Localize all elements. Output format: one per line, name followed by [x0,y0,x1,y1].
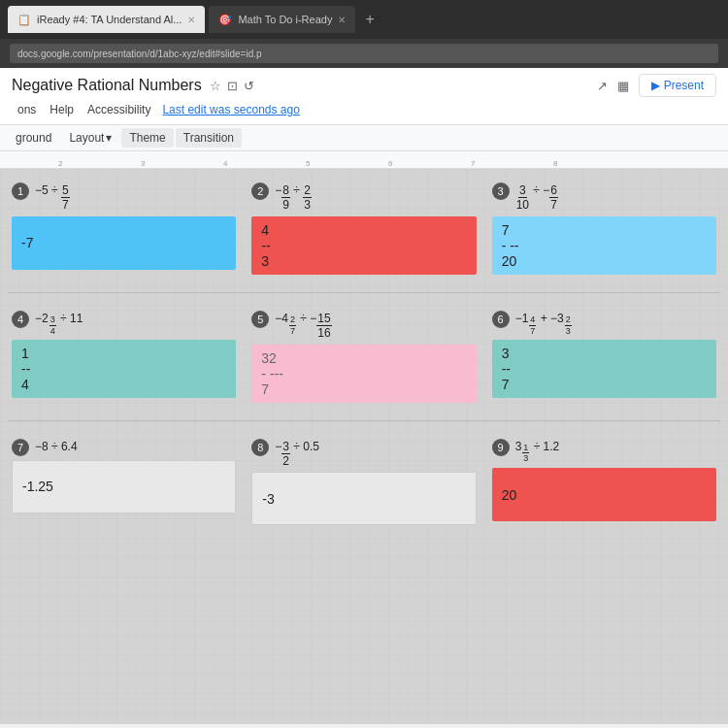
menu-help[interactable]: Help [44,101,80,118]
tab-close-math[interactable]: ✕ [338,15,346,25]
answer-text-8: -3 [262,491,465,507]
problem-num-8: 8 [251,439,269,456]
answer-box-2: 4 -- 3 [251,216,476,275]
problem-grid: 1 −5 ÷ 57 -7 2 −89 ÷ 23 4 -- 3 [8,179,720,529]
answer-num-4: 1 [21,346,29,361]
address-bar: docs.google.com/presentation/d/1abc-xyz/… [0,39,728,68]
folder-icon[interactable]: ⊡ [227,79,238,93]
problem-expr-8: −32 ÷ 0.5 [275,439,319,469]
problem-card-8: 8 −32 ÷ 0.5 -3 [248,435,480,530]
ruler-mark-4: 4 [223,159,227,168]
answer-num-3: 7 [502,222,510,238]
answer-num-6: 3 [502,346,510,361]
background-button[interactable]: ground [8,128,59,148]
problem-card-4: 4 −234 ÷ 11 1 -- 4 [8,307,240,407]
layout-button[interactable]: Layout ▾ [61,128,119,148]
background-label: ground [16,131,51,145]
divider-2 [8,414,720,427]
title-icons: ☆ ⊡ ↺ [210,79,254,93]
answer-text-1: -7 [21,235,226,250]
answer-text-7: -1.25 [22,479,225,494]
problem-num-6: 6 [492,311,510,328]
answer-den-6: 7 [502,377,510,392]
menu-accessibility[interactable]: Accessibility [82,101,156,118]
answer-frac-6: 3 -- 7 [502,346,707,392]
layout-arrow-icon: ▾ [106,131,112,145]
main-content: 1 −5 ÷ 57 -7 2 −89 ÷ 23 4 -- 3 [0,169,728,724]
answer-frac-3: 7 - -- 20 [502,222,707,269]
tab-icon-iready: 📋 [17,14,31,26]
browser-chrome: 📋 iReady #4: TA Understand Al... ✕ 🎯 Mat… [0,0,728,39]
problem-card-9: 9 313 ÷ 1.2 20 [488,435,720,530]
answer-box-8: -3 [251,472,476,525]
transition-button[interactable]: Transition [176,128,242,148]
ruler-mark-6: 6 [388,159,392,168]
last-edit-status: Last edit was seconds ago [162,103,299,116]
problem-expr-5: −427 ÷ −1516 [275,311,331,341]
tab-close-iready[interactable]: ✕ [187,15,195,25]
answer-frac-2: 4 -- 3 [261,222,466,269]
problem-header-2: 2 −89 ÷ 23 [251,182,476,213]
menu-bar: ons Help Accessibility Last edit was sec… [12,99,716,122]
answer-den-2: 3 [261,253,269,269]
problem-card-2: 2 −89 ÷ 23 4 -- 3 [248,179,480,279]
ruler-mark-3: 3 [141,159,145,168]
problem-header-3: 3 310 ÷ −67 [492,182,716,213]
divider-1 [8,286,720,299]
problem-num-3: 3 [492,182,510,200]
cloud-icon[interactable]: ↺ [244,79,254,93]
problem-header-6: 6 −147 + −323 [492,311,716,337]
slides-header: Negative Rational Numbers ☆ ⊡ ↺ ↗ ▦ ▶ Pr… [0,68,728,125]
analytics-icon[interactable]: ↗ [597,79,608,93]
ruler-mark-8: 8 [553,159,557,168]
answer-line-6: -- [502,361,511,377]
problem-header-9: 9 313 ÷ 1.2 [492,439,716,465]
answer-den-5: 7 [261,381,269,397]
answer-text-9: 20 [502,487,707,503]
menu-ons[interactable]: ons [12,101,42,118]
tab-iready[interactable]: 📋 iReady #4: TA Understand Al... ✕ [8,6,205,33]
answer-box-6: 3 -- 7 [492,340,716,398]
problem-card-6: 6 −147 + −323 3 -- 7 [488,307,720,407]
problem-expr-1: −5 ÷ 57 [35,182,70,213]
star-icon[interactable]: ☆ [210,79,221,93]
present-label: Present [664,79,704,92]
present-button[interactable]: ▶ Present [639,74,716,97]
problem-card-7: 7 −8 ÷ 6.4 -1.25 [8,435,240,530]
problem-card-1: 1 −5 ÷ 57 -7 [8,179,240,279]
problem-num-4: 4 [12,311,29,328]
problem-num-2: 2 [251,182,269,200]
grid-icon[interactable]: ▦ [617,79,629,93]
tab-icon-math: 🎯 [218,14,232,26]
problem-expr-3: 310 ÷ −67 [515,182,558,213]
tab-math[interactable]: 🎯 Math To Do i-Ready ✕ [209,6,355,33]
answer-num-5: 32 [261,350,277,366]
problem-num-9: 9 [492,439,510,456]
problem-expr-2: −89 ÷ 23 [275,182,312,213]
problem-header-8: 8 −32 ÷ 0.5 [251,439,476,469]
tab-label-iready: iReady #4: TA Understand Al... [37,14,182,25]
problem-card-5: 5 −427 ÷ −1516 32 - --- 7 [248,307,480,407]
problem-expr-7: −8 ÷ 6.4 [35,439,78,455]
new-tab-button[interactable]: + [359,11,380,28]
transition-label: Transition [183,131,234,145]
problem-header-1: 1 −5 ÷ 57 [12,182,236,213]
answer-box-3: 7 - -- 20 [492,216,716,275]
title-row: Negative Rational Numbers ☆ ⊡ ↺ ↗ ▦ ▶ Pr… [12,74,716,97]
answer-line-5: - --- [261,366,283,381]
address-input[interactable]: docs.google.com/presentation/d/1abc-xyz/… [10,44,718,63]
answer-den-4: 4 [21,377,29,392]
toolbar: ground Layout ▾ Theme Transition [0,125,728,151]
ruler-mark-7: 7 [471,159,475,168]
theme-button[interactable]: Theme [121,128,173,148]
answer-line-3: - -- [502,238,519,253]
answer-box-4: 1 -- 4 [12,340,236,398]
problem-header-4: 4 −234 ÷ 11 [12,311,236,337]
answer-box-7: -1.25 [12,460,236,513]
layout-label: Layout [69,131,104,145]
problem-num-1: 1 [12,182,29,200]
header-right: ↗ ▦ ▶ Present [597,74,716,97]
answer-frac-5: 32 - --- 7 [261,350,466,397]
problem-expr-9: 313 ÷ 1.2 [515,439,560,465]
problem-num-7: 7 [12,439,29,456]
